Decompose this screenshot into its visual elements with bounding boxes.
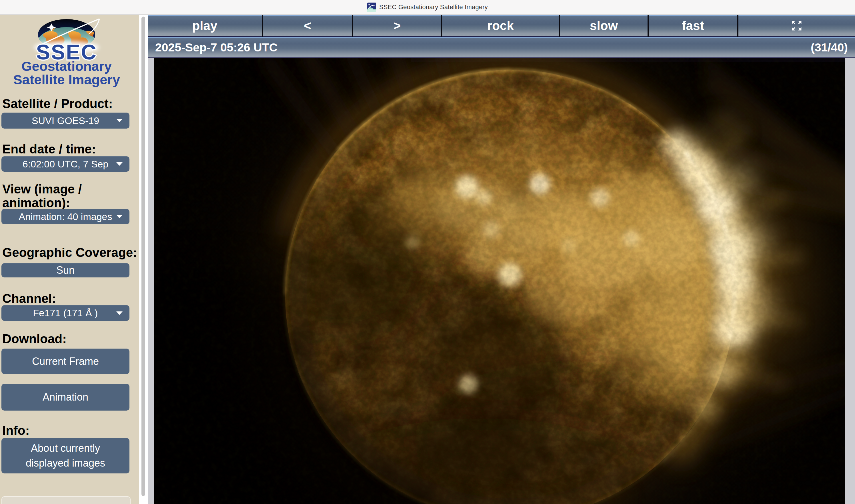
svg-text:Geostationary: Geostationary: [21, 58, 112, 74]
svg-text:Satellite Imagery: Satellite Imagery: [13, 72, 120, 87]
